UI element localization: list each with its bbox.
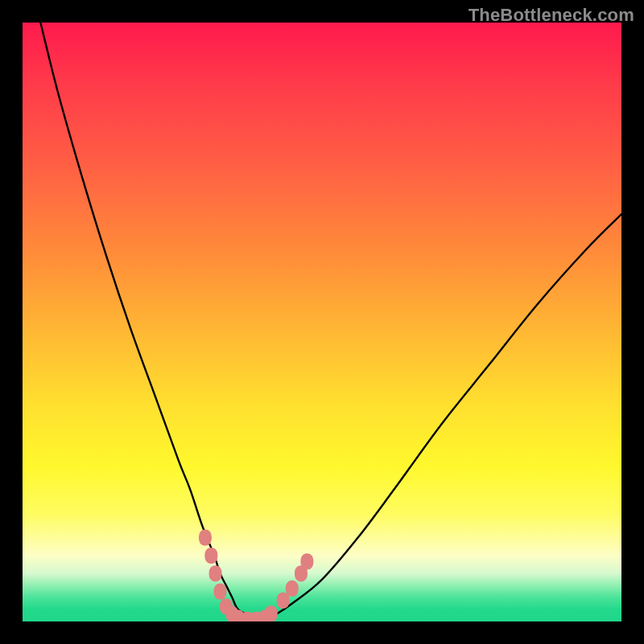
chart-frame: TheBottleneck.com xyxy=(0,0,644,644)
data-marker xyxy=(265,605,278,621)
watermark-text: TheBottleneck.com xyxy=(469,5,634,26)
bottleneck-curve xyxy=(40,23,621,621)
data-marker xyxy=(209,565,222,581)
data-marker xyxy=(300,554,313,570)
marker-group xyxy=(199,530,313,621)
data-marker xyxy=(277,592,290,609)
data-marker xyxy=(214,584,227,600)
plot-area xyxy=(23,23,621,621)
data-marker xyxy=(286,580,299,597)
data-marker xyxy=(204,547,217,564)
data-marker xyxy=(199,530,212,546)
chart-svg xyxy=(23,23,621,621)
